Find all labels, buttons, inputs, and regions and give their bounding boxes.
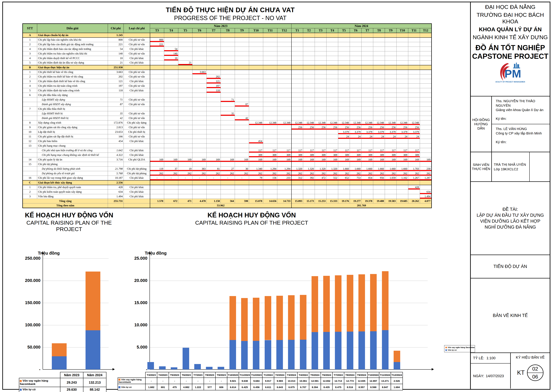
- y-tick-label: 5.000: [123, 345, 147, 350]
- month-cell: [178, 148, 193, 153]
- month-cell: [263, 185, 277, 189]
- month-cell: [397, 116, 408, 120]
- month-cell: [385, 107, 397, 111]
- legend-series-label: Vốn vay ngân hàng Sacombank: [19, 378, 60, 387]
- month-cell: [361, 37, 373, 42]
- month-cell: [338, 84, 350, 88]
- gantt-value-cell: 309: [326, 153, 338, 157]
- month-cell: [193, 120, 207, 125]
- month-cell: [350, 102, 361, 107]
- month-cell: [315, 61, 326, 65]
- legend-value: 29.243: [60, 378, 83, 387]
- month-cell: [277, 116, 291, 120]
- month-cell: [150, 70, 164, 74]
- legend-value: -: [180, 378, 192, 384]
- month-cell: [150, 148, 164, 153]
- gantt-value-cell: 169: [385, 157, 397, 162]
- month-cell: [207, 153, 221, 157]
- bar-segment-von-tu-co: [358, 331, 365, 370]
- month-cell: [164, 37, 178, 42]
- month-header: T6: [350, 28, 361, 33]
- month-cell: [350, 33, 361, 37]
- month-cell: [164, 111, 178, 116]
- bar-segment-von-tu-co: [335, 332, 341, 370]
- gantt-value-cell: 12.348: [338, 120, 350, 125]
- month-cell: [303, 144, 315, 148]
- gridline: [150, 258, 428, 259]
- month-cell: [350, 88, 361, 93]
- month-cell: [178, 153, 193, 157]
- symbol-code: KT: [517, 369, 525, 376]
- month-cell: [420, 148, 432, 153]
- month-cell: [207, 134, 221, 139]
- gantt-value-cell: 117: [385, 148, 397, 153]
- gantt-value-cell: 262: [408, 171, 420, 176]
- month-cell: [235, 79, 249, 84]
- month-cell: [338, 51, 350, 56]
- legend-value: 1.682: [145, 384, 157, 390]
- student-name: TRÀ THỊ NHÃ UYÊN: [494, 162, 530, 167]
- month-cell: [385, 37, 397, 42]
- gantt-value-cell: 119: [150, 167, 164, 171]
- month-cell: [235, 130, 249, 134]
- month-cell: [221, 180, 235, 185]
- gantt-value-cell: 309: [338, 153, 350, 157]
- row-cost: 428: [108, 185, 124, 189]
- month-cell: [207, 162, 221, 167]
- gantt-value-cell: 79: [249, 176, 263, 180]
- row-desc: Chi phí nhà tạm hiện trường để ở và thi …: [37, 148, 108, 153]
- ty-empty2: [124, 203, 150, 208]
- month-cell: [397, 98, 408, 102]
- month-cell: [178, 37, 193, 42]
- month-cell: [150, 102, 164, 107]
- month-cell: [207, 98, 221, 102]
- month-cell: [397, 61, 408, 65]
- legend-category: T8/2024: [344, 372, 356, 378]
- row-cost: 21: [108, 61, 124, 65]
- gantt-value-cell: 256: [385, 125, 397, 130]
- row-cost: 21.798: [108, 167, 124, 171]
- month-cell: [207, 185, 221, 189]
- row-cost: 121: [108, 79, 124, 84]
- legend-category: T3/2024: [286, 372, 298, 378]
- table-row: 16 Chi phí lãi vay trong thời gian xây d…: [23, 176, 432, 180]
- month-cell: [249, 74, 263, 79]
- month-cell: [178, 98, 193, 102]
- month-cell: [221, 84, 235, 88]
- month-cell: [408, 79, 420, 84]
- row-stt: 1: [23, 185, 37, 189]
- gantt-value-cell: 24: [361, 134, 373, 139]
- table-row: 15 Chi phí dự phòng: [23, 162, 432, 167]
- gantt-value-cell: 383: [193, 167, 207, 171]
- month-cell: [408, 42, 420, 47]
- gantt-value-cell: 3.379: [397, 130, 408, 134]
- gantt-value-cell: 230: [420, 167, 432, 171]
- y-tick-label: 100.000: [16, 322, 41, 328]
- month-cell: [150, 51, 164, 56]
- gantt-value-cell: 262: [385, 171, 397, 176]
- gantt-value-cell: 309: [350, 153, 361, 157]
- row-stt: 15: [23, 162, 37, 167]
- month-cell: [178, 162, 193, 167]
- month-cell: [193, 130, 207, 134]
- gantt-value-cell: 117: [277, 148, 291, 153]
- row-stt: [23, 111, 37, 116]
- col-header-stt: STT: [23, 24, 37, 33]
- month-cell: [263, 37, 277, 42]
- month-header: T10: [397, 28, 408, 33]
- university-block: ĐẠI HỌC ĐÀ NẴNG TRƯỜNG ĐẠI HỌC BÁCH KHOA…: [471, 2, 550, 97]
- month-cell: [315, 107, 326, 111]
- row-cost: 54: [108, 47, 124, 51]
- col-header-desc: Diễn giải: [37, 24, 108, 33]
- month-cell: [385, 189, 397, 194]
- legend-category: T5/2024: [309, 372, 321, 378]
- month-cell: [249, 162, 263, 167]
- month-cell: [291, 162, 303, 167]
- gantt-value-cell: 262: [315, 171, 326, 176]
- legend-value: 9.917: [262, 378, 274, 384]
- month-cell: [291, 42, 303, 47]
- month-cell: [178, 102, 193, 107]
- month-cell: [326, 116, 338, 120]
- month-cell: [193, 139, 207, 144]
- legend-value: -: [192, 378, 204, 384]
